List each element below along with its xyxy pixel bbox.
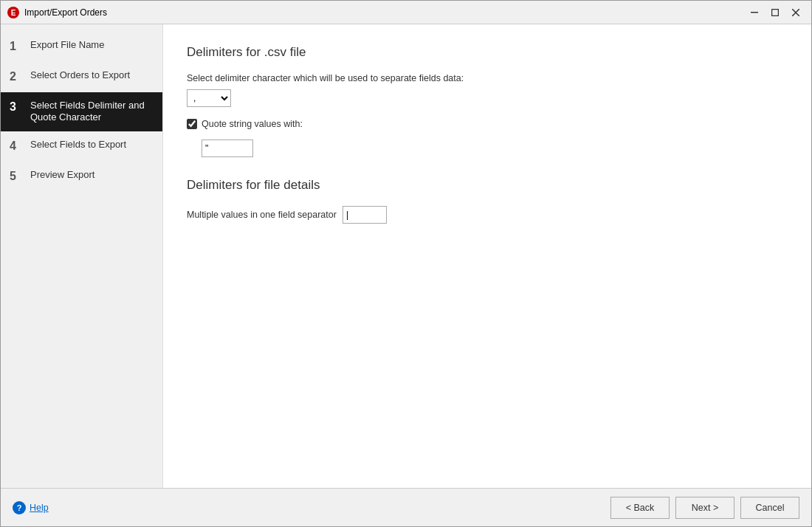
window-controls [745,3,805,22]
sidebar-item-2[interactable]: 2 Select Orders to Export [1,62,162,92]
main-window: E Import/Export Orders 1 [0,0,812,527]
close-button[interactable] [786,3,805,22]
sidebar-item-3[interactable]: 3 Select Fields Delimiter and Quote Char… [1,92,162,132]
step-number-1: 1 [10,39,23,55]
svg-text:E: E [11,9,16,17]
separator-row: Multiple values in one field separator [187,206,788,224]
quote-input[interactable] [202,140,253,157]
file-section-title: Delimiters for file details [187,178,788,193]
quote-checkbox-label: Quote string values with: [202,119,303,129]
app-icon: E [7,6,20,19]
sidebar-item-label-3: Select Fields Delimiter and Quote Charac… [30,100,154,125]
delimiter-select[interactable]: , ; \t | [187,89,231,107]
next-button[interactable]: Next > [675,497,734,519]
csv-description: Select delimiter character which will be… [187,73,788,83]
help-link[interactable]: ? Help [13,501,49,514]
help-label: Help [30,503,49,513]
minimize-button[interactable] [745,3,764,22]
bottom-buttons: < Back Next > Cancel [610,497,799,519]
title-bar: E Import/Export Orders [1,1,811,24]
step-number-5: 5 [10,169,23,185]
sidebar-item-label-1: Export File Name [30,39,104,52]
main-content: Delimiters for .csv file Select delimite… [163,24,811,488]
window-title: Import/Export Orders [24,7,745,18]
step-number-3: 3 [10,100,23,115]
sidebar-item-label-5: Preview Export [30,169,94,182]
quote-checkbox-row: Quote string values with: [187,119,788,129]
svg-rect-2 [751,12,758,13]
separator-input[interactable] [343,206,387,224]
step-number-2: 2 [10,69,23,85]
sidebar-item-4[interactable]: 4 Select Fields to Export [1,131,162,162]
sidebar: 1 Export File Name 2 Select Orders to Ex… [1,24,163,488]
delimiter-dropdown-row: , ; \t | [187,89,788,107]
quote-checkbox[interactable] [187,119,197,129]
quote-input-row [187,137,788,157]
separator-label: Multiple values in one field separator [187,210,337,220]
svg-rect-3 [772,9,779,16]
bottom-bar: ? Help < Back Next > Cancel [1,488,811,526]
help-icon: ? [13,501,26,514]
section-divider: Delimiters for file details Multiple val… [187,178,788,224]
sidebar-item-1[interactable]: 1 Export File Name [1,32,162,62]
sidebar-item-label-4: Select Fields to Export [30,139,126,151]
back-button[interactable]: < Back [610,497,670,519]
cancel-button[interactable]: Cancel [740,497,799,519]
sidebar-item-5[interactable]: 5 Preview Export [1,162,162,192]
csv-section-title: Delimiters for .csv file [187,45,788,60]
sidebar-item-label-2: Select Orders to Export [30,69,130,82]
content-area: 1 Export File Name 2 Select Orders to Ex… [1,24,811,488]
step-number-4: 4 [10,139,23,154]
maximize-button[interactable] [765,3,785,22]
